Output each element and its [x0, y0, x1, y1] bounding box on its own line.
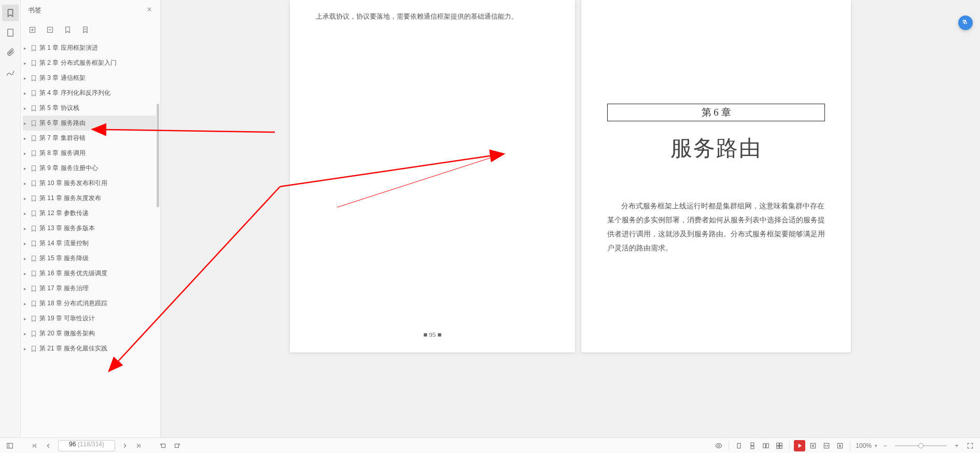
sidebar-header: 书签 [21, 0, 160, 21]
bookmark-label: 第 4 章 序列化和反序列化 [39, 89, 110, 97]
expand-arrow-icon[interactable]: ▸ [24, 271, 29, 276]
facing-continuous-button[interactable] [774, 440, 785, 451]
bookmark-label: 第 2 章 分布式服务框架入门 [39, 59, 117, 67]
bookmark-icon [30, 165, 37, 172]
svg-rect-7 [737, 443, 740, 448]
prev-page-button[interactable] [43, 440, 54, 451]
bookmark-item[interactable]: ▸ 第 21 章 服务化最佳实践 [23, 341, 156, 356]
panel-toggle-button[interactable] [4, 440, 16, 451]
single-page-button[interactable] [733, 440, 745, 451]
presentation-button[interactable] [794, 440, 805, 451]
svg-text:1: 1 [839, 444, 841, 447]
actual-size-button[interactable]: 1 [834, 440, 846, 451]
expand-arrow-icon[interactable]: ▸ [24, 301, 29, 306]
first-page-button[interactable] [29, 440, 40, 451]
bookmark-label: 第 14 章 流量控制 [39, 239, 89, 248]
expand-arrow-icon[interactable]: ▸ [24, 121, 29, 126]
bookmark-item[interactable]: ▸ 第 9 章 服务注册中心 [23, 161, 156, 176]
bookmark-item[interactable]: ▸ 第 19 章 可靠性设计 [23, 311, 156, 326]
expand-arrow-icon[interactable]: ▸ [24, 61, 29, 66]
expand-arrow-icon[interactable]: ▸ [24, 91, 29, 96]
attachments-panel-button[interactable] [2, 44, 19, 61]
bookmark-item[interactable]: ▸ 第 17 章 服务治理 [23, 281, 156, 296]
expand-arrow-icon[interactable]: ▸ [24, 226, 29, 231]
delete-bookmark-button[interactable] [79, 23, 91, 36]
bookmark-item[interactable]: ▸ 第 14 章 流量控制 [23, 236, 156, 251]
expand-arrow-icon[interactable]: ▸ [24, 181, 29, 186]
expand-arrow-icon[interactable]: ▸ [24, 76, 29, 81]
bookmark-item[interactable]: ▸ 第 18 章 分布式消息跟踪 [23, 296, 156, 311]
bookmark-item[interactable]: ▸ 第 6 章 服务路由 [23, 116, 156, 131]
bookmark-label: 第 20 章 微服务架构 [39, 329, 95, 338]
zoom-slider-track[interactable] [895, 445, 947, 446]
bookmark-label: 第 7 章 集群容错 [39, 134, 86, 143]
bookmark-item[interactable]: ▸ 第 10 章 服务发布和引用 [23, 176, 156, 191]
bookmark-item[interactable]: ▸ 第 2 章 分布式服务框架入门 [23, 55, 156, 70]
add-bookmark-button[interactable] [61, 23, 74, 36]
sidebar-scrollbar-thumb[interactable] [157, 104, 159, 207]
expand-arrow-icon[interactable]: ▸ [24, 316, 29, 321]
expand-all-button[interactable] [26, 23, 38, 36]
rotate-right-button[interactable] [171, 440, 183, 451]
bookmark-label: 第 19 章 可靠性设计 [39, 314, 95, 323]
zoom-in-button[interactable]: + [951, 440, 962, 451]
expand-arrow-icon[interactable]: ▸ [24, 106, 29, 111]
bookmark-item[interactable]: ▸ 第 7 章 集群容错 [23, 131, 156, 146]
bookmark-item[interactable]: ▸ 第 4 章 序列化和反序列化 [23, 86, 156, 101]
page-right: 第 6 章 服务路由 分布式服务框架上线运行时都是集群组网，这意味着集群中存在某… [581, 0, 851, 352]
expand-arrow-icon[interactable]: ▸ [24, 166, 29, 171]
fit-page-button[interactable] [807, 440, 819, 451]
bookmark-item[interactable]: ▸ 第 20 章 微服务架构 [23, 326, 156, 341]
bookmark-label: 第 5 章 协议栈 [39, 104, 79, 112]
svg-rect-13 [780, 443, 782, 445]
translate-badge[interactable] [958, 16, 973, 30]
bookmark-item[interactable]: ▸ 第 13 章 服务多版本 [23, 221, 156, 236]
bookmark-icon [30, 180, 37, 187]
rotate-left-button[interactable] [158, 440, 169, 451]
bookmark-icon [30, 105, 37, 112]
eye-mode-button[interactable] [713, 440, 724, 451]
bookmark-item[interactable]: ▸ 第 3 章 通信框架 [23, 70, 156, 86]
fullscreen-button[interactable] [964, 440, 976, 451]
status-bar: 96 (118/314) [0, 437, 980, 453]
expand-arrow-icon[interactable]: ▸ [24, 46, 29, 51]
bookmark-item[interactable]: ▸ 第 16 章 服务优先级调度 [23, 266, 156, 281]
bookmark-icon [30, 75, 37, 82]
fit-width-button[interactable] [821, 440, 832, 451]
last-page-button[interactable] [133, 440, 144, 451]
expand-arrow-icon[interactable]: ▸ [24, 331, 29, 336]
continuous-page-button[interactable] [747, 440, 758, 451]
zoom-dropdown-icon[interactable]: ▾ [875, 443, 877, 448]
bookmark-item[interactable]: ▸ 第 15 章 服务降级 [23, 251, 156, 266]
signature-panel-button[interactable] [2, 64, 19, 80]
expand-arrow-icon[interactable]: ▸ [24, 286, 29, 291]
bookmark-panel-button[interactable] [2, 5, 19, 21]
expand-arrow-icon[interactable]: ▸ [24, 151, 29, 156]
expand-arrow-icon[interactable]: ▸ [24, 256, 29, 261]
sidebar-close-button[interactable] [146, 6, 153, 15]
bookmark-label: 第 17 章 服务治理 [39, 284, 89, 293]
expand-arrow-icon[interactable]: ▸ [24, 136, 29, 141]
bookmark-label: 第 21 章 服务化最佳实践 [39, 344, 107, 353]
expand-arrow-icon[interactable]: ▸ [24, 346, 29, 351]
facing-page-button[interactable] [760, 440, 772, 451]
expand-arrow-icon[interactable]: ▸ [24, 241, 29, 246]
bookmark-item[interactable]: ▸ 第 12 章 参数传递 [23, 206, 156, 221]
pages-panel-button[interactable] [2, 24, 19, 41]
zoom-slider-thumb[interactable] [918, 443, 923, 448]
collapse-all-button[interactable] [44, 23, 56, 36]
document-viewport[interactable]: 上承载协议，协议要落地，需要依赖通信框架提供的基础通信能力。 ■ 95 ■ 第 … [161, 0, 980, 445]
expand-arrow-icon[interactable]: ▸ [24, 196, 29, 201]
expand-arrow-icon[interactable]: ▸ [24, 211, 29, 216]
bookmark-item[interactable]: ▸ 第 1 章 应用框架演进 [23, 40, 156, 55]
bookmark-list[interactable]: ▸ 第 1 章 应用框架演进 ▸ 第 2 章 分布式服务框架入门 ▸ 第 3 章… [21, 38, 160, 453]
zoom-out-button[interactable]: − [879, 440, 891, 451]
bookmark-item[interactable]: ▸ 第 8 章 服务调用 [23, 146, 156, 161]
next-page-button[interactable] [119, 440, 131, 451]
bookmark-item[interactable]: ▸ 第 5 章 协议栈 [23, 101, 156, 116]
chapter-intro: 分布式服务框架上线运行时都是集群组网，这意味着集群中存在某个服务的多实例部署，消… [607, 199, 825, 255]
bookmark-item[interactable]: ▸ 第 11 章 服务灰度发布 [23, 191, 156, 206]
bookmark-icon [30, 345, 37, 352]
bookmark-icon [30, 315, 37, 322]
page-input[interactable]: 96 (118/314) [58, 440, 115, 451]
